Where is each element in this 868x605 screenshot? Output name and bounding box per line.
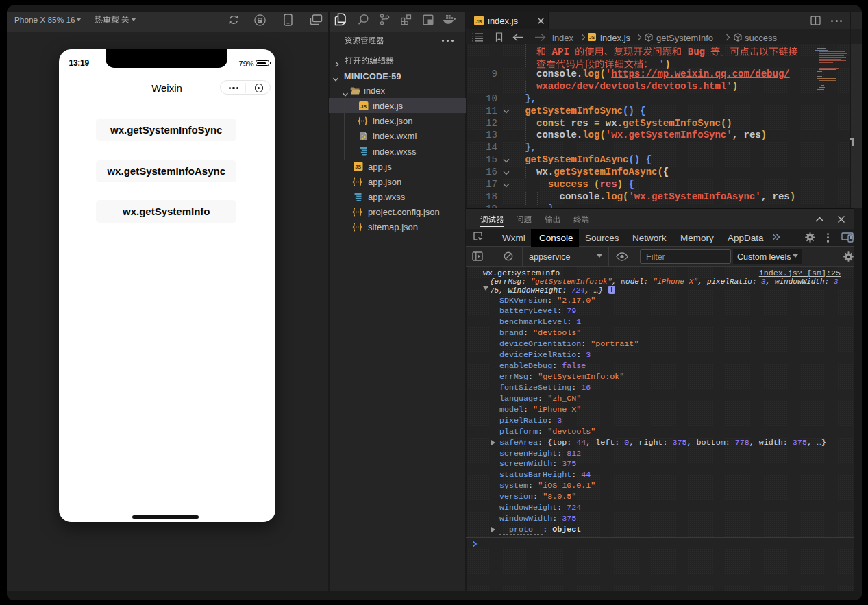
svg-text:JS: JS [475,18,482,25]
svg-text:JS: JS [360,103,367,110]
svg-text:JS: JS [355,164,361,170]
svg-text:JS: JS [589,35,595,40]
